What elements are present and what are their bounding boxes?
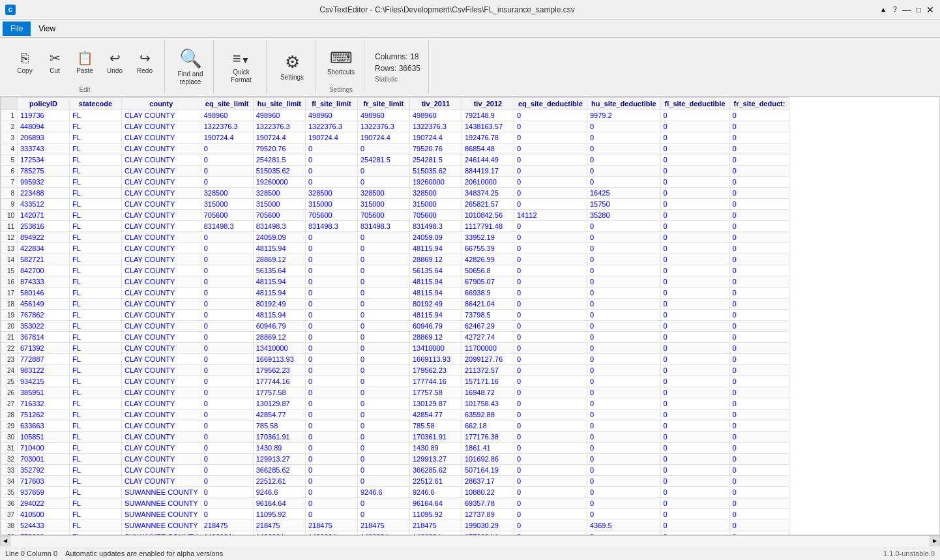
- cell[interactable]: 0: [305, 498, 357, 509]
- cell[interactable]: 0: [357, 365, 409, 376]
- cell[interactable]: 42826.99: [462, 254, 514, 265]
- cell[interactable]: 0: [357, 454, 409, 465]
- cell[interactable]: 0: [201, 354, 253, 365]
- cell[interactable]: CLAY COUNTY: [122, 310, 201, 321]
- table-row[interactable]: 8223488FLCLAY COUNTY32850032850032850032…: [1, 188, 789, 199]
- cell[interactable]: 767862: [18, 310, 70, 321]
- table-row[interactable]: 29633663FLCLAY COUNTY0785.5800785.58662.…: [1, 420, 789, 432]
- cell[interactable]: 17757.58: [253, 387, 305, 398]
- cell[interactable]: 633663: [18, 420, 70, 432]
- cell[interactable]: 218475: [253, 520, 305, 531]
- cell[interactable]: FL: [70, 166, 122, 177]
- cell[interactable]: 831498.3: [201, 221, 253, 232]
- cell[interactable]: 0: [729, 332, 789, 343]
- cell[interactable]: 0: [514, 110, 587, 121]
- cell[interactable]: 983122: [18, 365, 70, 376]
- cell[interactable]: FL: [70, 354, 122, 365]
- cell[interactable]: 0: [357, 398, 409, 409]
- cell[interactable]: 524433: [18, 520, 70, 531]
- cell[interactable]: FL: [70, 465, 122, 476]
- cell[interactable]: 0: [587, 121, 660, 132]
- cell[interactable]: 315000: [201, 199, 253, 210]
- cell[interactable]: 0: [587, 332, 660, 343]
- cell[interactable]: 11700000: [462, 343, 514, 354]
- cell[interactable]: 0: [305, 299, 357, 310]
- cell[interactable]: 0: [357, 276, 409, 287]
- cell[interactable]: FL: [70, 221, 122, 232]
- cell[interactable]: FL: [70, 276, 122, 287]
- cell[interactable]: 0: [729, 321, 789, 332]
- cell[interactable]: FL: [70, 287, 122, 299]
- table-row[interactable]: 20353022FLCLAY COUNTY060946.790060946.79…: [1, 321, 789, 332]
- cell[interactable]: 170361.91: [409, 432, 462, 443]
- cell[interactable]: 0: [357, 321, 409, 332]
- cell[interactable]: 0: [514, 376, 587, 387]
- cell[interactable]: 874333: [18, 276, 70, 287]
- cell[interactable]: 0: [729, 498, 789, 509]
- cell[interactable]: 1322376.3: [357, 121, 409, 132]
- cell[interactable]: 0: [729, 476, 789, 487]
- cell[interactable]: 772887: [18, 354, 70, 365]
- cell[interactable]: 348374.25: [462, 188, 514, 199]
- cell[interactable]: CLAY COUNTY: [122, 188, 201, 199]
- cell[interactable]: 0: [514, 332, 587, 343]
- cell[interactable]: FL: [70, 432, 122, 443]
- cell[interactable]: 0: [587, 498, 660, 509]
- table-row[interactable]: 2448094FLCLAY COUNTY1322376.31322376.313…: [1, 121, 789, 132]
- cell[interactable]: 0: [357, 243, 409, 254]
- cell[interactable]: 0: [201, 443, 253, 454]
- cell[interactable]: 0: [514, 177, 587, 188]
- col-header-eq_site_deductible[interactable]: eq_site_deductible: [514, 98, 587, 110]
- col-header-statecode[interactable]: statecode: [70, 98, 122, 110]
- cell[interactable]: 190724.4: [409, 132, 462, 143]
- cell[interactable]: 315000: [357, 199, 409, 210]
- redo-button[interactable]: ↪ Redo: [130, 43, 159, 82]
- cell[interactable]: 172534: [18, 155, 70, 166]
- cell[interactable]: 705600: [357, 210, 409, 221]
- cell[interactable]: 0: [357, 287, 409, 299]
- cell[interactable]: 0: [305, 276, 357, 287]
- cell[interactable]: 0: [729, 432, 789, 443]
- grid-container[interactable]: policyID statecode county eq_site_limit …: [0, 96, 940, 535]
- cell[interactable]: FL: [70, 509, 122, 520]
- cell[interactable]: 498960: [305, 110, 357, 121]
- table-row[interactable]: 19767862FLCLAY COUNTY048115.940048115.94…: [1, 310, 789, 321]
- cell[interactable]: 0: [660, 132, 729, 143]
- table-row[interactable]: 17580146FLCLAY COUNTY048115.940048115.94…: [1, 287, 789, 299]
- cell[interactable]: 0: [587, 232, 660, 243]
- cell[interactable]: 0: [587, 132, 660, 143]
- minimize-btn[interactable]: —: [902, 5, 911, 14]
- cell[interactable]: 20610000: [462, 177, 514, 188]
- cell[interactable]: 716332: [18, 398, 70, 409]
- cell[interactable]: 129913.27: [409, 454, 462, 465]
- cell[interactable]: 0: [201, 321, 253, 332]
- cell[interactable]: 19260000: [409, 177, 462, 188]
- cell[interactable]: 0: [305, 143, 357, 155]
- cell[interactable]: 0: [357, 354, 409, 365]
- cell[interactable]: 1430.89: [409, 443, 462, 454]
- cell[interactable]: 0: [201, 177, 253, 188]
- cell[interactable]: 190724.4: [357, 132, 409, 143]
- cell[interactable]: 0: [357, 166, 409, 177]
- cell[interactable]: 0: [357, 299, 409, 310]
- cell[interactable]: CLAY COUNTY: [122, 210, 201, 221]
- cell[interactable]: FL: [70, 265, 122, 276]
- cell[interactable]: 96164.64: [253, 498, 305, 509]
- table-row[interactable]: 13422834FLCLAY COUNTY048115.940048115.94…: [1, 243, 789, 254]
- cell[interactable]: 253816: [18, 221, 70, 232]
- col-header-fr_site_deductible[interactable]: fr_site_deduct:: [729, 98, 789, 110]
- cell[interactable]: 0: [660, 398, 729, 409]
- cell[interactable]: 28869.12: [409, 254, 462, 265]
- cell[interactable]: 0: [357, 343, 409, 354]
- cell[interactable]: 0: [201, 265, 253, 276]
- cell[interactable]: 0: [514, 132, 587, 143]
- cell[interactable]: 48115.94: [253, 287, 305, 299]
- cell[interactable]: 333743: [18, 143, 70, 155]
- table-row[interactable]: 18456149FLCLAY COUNTY080192.490080192.49…: [1, 299, 789, 310]
- cell[interactable]: 48115.94: [409, 287, 462, 299]
- cell[interactable]: 206893: [18, 132, 70, 143]
- table-row[interactable]: 24983122FLCLAY COUNTY0179562.2300179562.…: [1, 365, 789, 376]
- cell[interactable]: 0: [729, 376, 789, 387]
- table-row[interactable]: 22671392FLCLAY COUNTY0134100000013410000…: [1, 343, 789, 354]
- cell[interactable]: 24059.09: [253, 232, 305, 243]
